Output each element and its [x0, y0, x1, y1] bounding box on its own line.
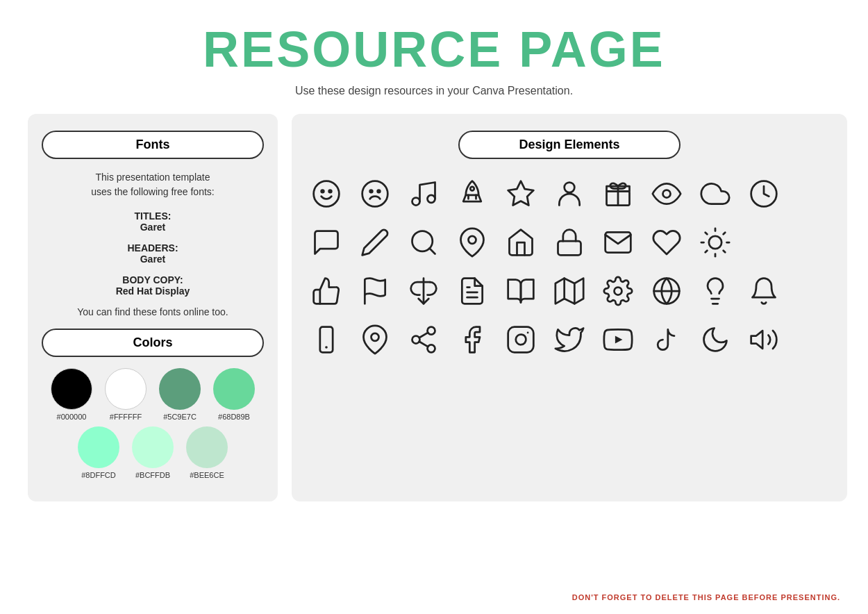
icon-rocket — [451, 173, 493, 215]
icon-globe — [646, 270, 687, 312]
icon-home — [500, 222, 542, 263]
svg-rect-45 — [508, 327, 534, 353]
svg-line-24 — [706, 251, 708, 253]
color-circle-mint — [78, 426, 119, 468]
svg-point-32 — [615, 288, 622, 295]
design-elements-header: Design Elements — [458, 131, 681, 159]
svg-point-3 — [362, 181, 388, 207]
svg-point-0 — [314, 181, 340, 207]
icon-sun — [694, 222, 736, 263]
color-label-pale-mint: #BCFFDB — [135, 471, 170, 479]
svg-point-1 — [322, 190, 324, 193]
icons-grid — [306, 173, 833, 360]
icon-share — [403, 319, 444, 360]
colors-section: Colors #000000 #FFFFFF #5C9E7C — [42, 329, 264, 479]
icon-heart — [646, 222, 687, 263]
page-container: RESOURCE PAGE Use these design resources… — [0, 0, 868, 614]
color-label-white: #FFFFFF — [110, 413, 142, 421]
icon-flag — [354, 270, 396, 312]
icon-star — [500, 173, 542, 215]
icon-location — [354, 319, 396, 360]
icon-eye — [646, 173, 687, 215]
icon-lock — [549, 222, 590, 263]
icon-sad — [354, 173, 396, 215]
svg-point-15 — [469, 236, 476, 244]
svg-point-7 — [428, 195, 435, 203]
icon-cloud — [694, 173, 736, 215]
swatch-green-mid: #68D89B — [213, 368, 255, 421]
icon-empty-5 — [792, 319, 833, 360]
icon-chat — [306, 222, 347, 263]
color-circle-black — [51, 368, 92, 410]
icon-pencil — [354, 222, 396, 263]
swatch-pale-mint: #BCFFDB — [132, 426, 174, 479]
svg-marker-47 — [615, 335, 623, 343]
icon-thumbsup — [306, 270, 347, 312]
font-name-titles: Garet — [42, 222, 264, 233]
svg-line-44 — [419, 333, 428, 338]
icon-empty-2 — [743, 222, 785, 263]
icon-twitter — [549, 319, 590, 360]
page-subtitle: Use these design resources in your Canva… — [295, 85, 573, 97]
svg-line-43 — [419, 342, 428, 347]
icon-moon — [694, 319, 736, 360]
icon-book — [500, 270, 542, 312]
color-label-sage: #BEE6CE — [190, 471, 224, 479]
fonts-header: Fonts — [42, 131, 264, 159]
icon-youtube — [597, 319, 639, 360]
icon-music — [403, 173, 444, 215]
main-content: Fonts This presentation templateuses the… — [28, 114, 840, 501]
svg-point-5 — [378, 190, 381, 193]
icon-pin — [451, 222, 493, 263]
icon-person — [549, 173, 590, 215]
svg-marker-48 — [751, 331, 763, 349]
svg-point-2 — [329, 190, 332, 193]
colors-row-1: #000000 #FFFFFF #5C9E7C #68D89B — [42, 368, 264, 421]
colors-row-2: #8DFFCD #BCFFDB #BEE6CE — [42, 426, 264, 479]
swatch-sage: #BEE6CE — [186, 426, 228, 479]
svg-point-6 — [412, 198, 420, 206]
font-entry-titles: TITLES: Garet — [42, 210, 264, 233]
icon-empty-3 — [792, 222, 833, 263]
right-panel: Design Elements — [292, 114, 847, 501]
color-label-green-mid: #68D89B — [218, 413, 250, 421]
icon-trophy — [403, 270, 444, 312]
page-title: RESOURCE PAGE — [203, 21, 665, 78]
left-panel: Fonts This presentation templateuses the… — [28, 114, 278, 501]
swatch-black: #000000 — [51, 368, 92, 421]
color-circle-green-mid — [213, 368, 255, 410]
svg-point-4 — [370, 190, 373, 193]
svg-marker-29 — [556, 279, 583, 304]
font-label-body: BODY COPY: — [42, 274, 264, 285]
icon-document — [451, 270, 493, 312]
swatch-green-dark: #5C9E7C — [159, 368, 201, 421]
color-label-green-dark: #5C9E7C — [163, 413, 197, 421]
color-circle-white — [105, 368, 147, 410]
font-name-headers: Garet — [42, 254, 264, 265]
font-label-titles: TITLES: — [42, 210, 264, 222]
svg-point-10 — [565, 183, 575, 193]
icon-facebook — [451, 319, 493, 360]
icon-search — [403, 222, 444, 263]
icon-bulb — [694, 270, 736, 312]
svg-marker-9 — [508, 181, 534, 206]
svg-point-17 — [709, 236, 721, 249]
icon-gift — [597, 173, 639, 215]
icon-clock — [743, 173, 785, 215]
font-entry-headers: HEADERS: Garet — [42, 242, 264, 265]
svg-point-42 — [428, 345, 435, 352]
svg-point-40 — [428, 327, 435, 335]
color-circle-pale-mint — [132, 426, 174, 468]
icon-phone — [306, 319, 347, 360]
icon-settings — [597, 270, 639, 312]
color-label-mint: #8DFFCD — [81, 471, 116, 479]
font-name-body: Red Hat Display — [42, 285, 264, 297]
footer-note: DON'T FORGET TO DELETE THIS PAGE BEFORE … — [572, 593, 840, 601]
icon-empty-4 — [792, 270, 833, 312]
swatch-white: #FFFFFF — [105, 368, 147, 421]
svg-point-41 — [412, 336, 420, 344]
icon-smiley — [306, 173, 347, 215]
fonts-description: This presentation templateuses the follo… — [42, 170, 264, 199]
svg-point-8 — [470, 187, 474, 191]
icon-mail — [597, 222, 639, 263]
